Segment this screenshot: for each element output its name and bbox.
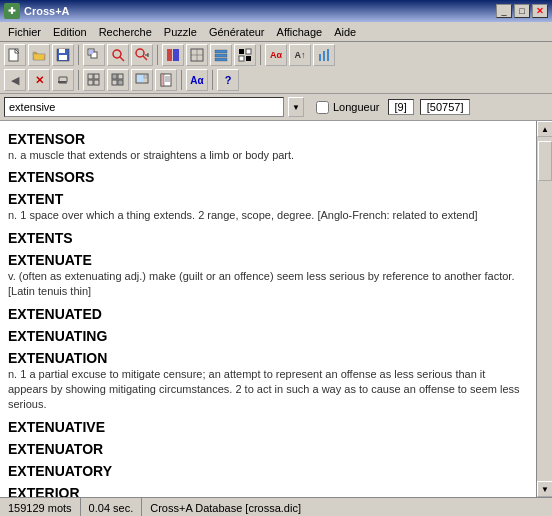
help-button[interactable]: ? [217,69,239,91]
fill-button[interactable] [162,44,184,66]
svg-rect-33 [94,74,99,79]
entry-word: EXTENUATE [8,252,528,268]
scroll-up-button[interactable]: ▲ [537,121,552,137]
svg-rect-25 [246,56,251,61]
entry-definition: n. 1 a partial excuse to mitigate censur… [8,367,528,413]
svg-rect-41 [137,75,143,82]
menu-fichier[interactable]: Fichier [2,24,47,40]
status-word-count: 159129 mots [0,498,81,516]
entry-word: EXTENUATORY [8,463,528,479]
svg-rect-21 [215,58,227,61]
edit-button[interactable] [52,69,74,91]
search-bar: ▼ Longueur [9] [50757] [0,94,552,121]
svg-rect-24 [239,56,244,61]
svg-rect-7 [89,50,93,54]
toolbar-separator-2 [157,45,158,65]
svg-point-8 [113,50,121,58]
menu-edition[interactable]: Edition [47,24,93,40]
window-controls[interactable]: _ □ ✕ [496,4,548,18]
menu-recherche[interactable]: Recherche [93,24,158,40]
svg-rect-36 [112,74,117,79]
menu-generateur[interactable]: Générateur [203,24,271,40]
toolbar-separator-1 [78,45,79,65]
toolbar-separator-3 [260,45,261,65]
svg-rect-44 [161,74,164,86]
svg-rect-14 [167,49,172,61]
app-icon: ✚ [4,3,20,19]
dictionary-content[interactable]: EXTENSORn. a muscle that extends or stra… [0,121,536,497]
scroll-track[interactable] [537,137,552,481]
svg-rect-4 [59,55,67,60]
entry-word: EXTENUATOR [8,441,528,457]
svg-rect-39 [118,80,123,85]
pattern-button[interactable] [234,44,256,66]
list-view-button[interactable] [210,44,232,66]
entry-word: EXTENT [8,191,528,207]
entry-word: EXTERIOR [8,485,528,497]
toolbar-separator-5 [181,70,182,90]
maximize-button[interactable]: □ [514,4,530,18]
layout-button[interactable] [131,69,153,91]
delete-button[interactable]: ✕ [28,69,50,91]
sort-button[interactable]: A↑ [289,44,311,66]
menu-bar: Fichier Edition Recherche Puzzle Générat… [0,22,552,42]
find-next-button[interactable] [131,44,153,66]
color-button[interactable]: Aα [186,69,208,91]
scrollbar[interactable]: ▲ ▼ [536,121,552,497]
search-dropdown-button[interactable]: ▼ [288,97,304,117]
svg-rect-35 [94,80,99,85]
longueur-checkbox[interactable] [316,101,329,114]
entry-definition: n. 1 space over which a thing extends. 2… [8,208,528,223]
entry-definition: v. (often as extenuating adj.) make (gui… [8,269,528,300]
count-badge: [9] [388,99,414,115]
scroll-down-button[interactable]: ▼ [537,481,552,497]
entry-word: EXTENUATED [8,306,528,322]
close-button[interactable]: ✕ [532,4,548,18]
svg-point-10 [136,49,144,57]
entry-word: EXTENTS [8,230,528,246]
svg-rect-3 [59,49,65,53]
svg-rect-38 [112,80,117,85]
svg-rect-27 [323,51,325,61]
search-input[interactable] [4,97,284,117]
svg-rect-23 [246,49,251,54]
status-db-info: Cross+A Database [crossa.dic] [142,498,552,516]
svg-line-9 [120,57,124,61]
menu-affichage[interactable]: Affichage [271,24,329,40]
status-time: 0.04 sec. [81,498,143,516]
notebook-button[interactable] [155,69,177,91]
title-bar: ✚ Cross+A _ □ ✕ [0,0,552,22]
entry-word: EXTENSORS [8,169,528,185]
entry-definition: n. a muscle that extends or straightens … [8,148,528,163]
total-badge: [50757] [420,99,471,115]
grid-btn-2[interactable] [107,69,129,91]
svg-rect-20 [215,54,227,57]
anagram-button[interactable]: Aα [265,44,287,66]
content-wrapper: EXTENSORn. a muscle that extends or stra… [0,121,552,497]
svg-rect-37 [118,74,123,79]
open-button[interactable] [28,44,50,66]
svg-rect-22 [239,49,244,54]
entry-word: EXTENSOR [8,131,528,147]
app-title: Cross+A [24,5,70,17]
entry-word: EXTENUATION [8,350,528,366]
svg-rect-19 [215,50,227,53]
find-button[interactable] [107,44,129,66]
copy-grid-button[interactable] [83,44,105,66]
minimize-button[interactable]: _ [496,4,512,18]
scroll-thumb[interactable] [538,141,552,181]
stats-button[interactable] [313,44,335,66]
svg-rect-15 [173,49,179,61]
longueur-label: Longueur [333,101,380,113]
grid-view-button[interactable] [186,44,208,66]
svg-rect-32 [88,74,93,79]
entry-word: EXTENUATIVE [8,419,528,435]
menu-puzzle[interactable]: Puzzle [158,24,203,40]
new-button[interactable] [4,44,26,66]
toolbar-separator-4 [78,70,79,90]
toolbar: Aα A↑ ◀ ✕ Aα [0,42,552,94]
save-button[interactable] [52,44,74,66]
back-button[interactable]: ◀ [4,69,26,91]
menu-aide[interactable]: Aide [328,24,362,40]
grid-btn-1[interactable] [83,69,105,91]
